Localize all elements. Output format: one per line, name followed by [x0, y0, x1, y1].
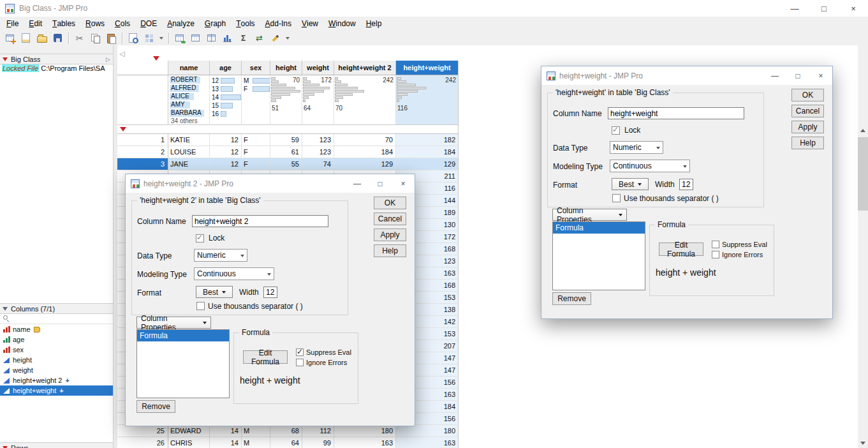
- minimize-button[interactable]: —: [346, 174, 369, 193]
- cell-age[interactable]: 12: [210, 158, 242, 170]
- menu-doe[interactable]: DOE: [135, 17, 162, 30]
- cell-weight[interactable]: 112: [302, 425, 334, 437]
- data-type-select[interactable]: Numeric: [194, 249, 247, 262]
- column-header-weight[interactable]: weight: [302, 61, 334, 75]
- cell-hw[interactable]: 182: [396, 134, 459, 146]
- cell-hw2[interactable]: 184: [334, 146, 396, 158]
- toolbar-open-icon[interactable]: [34, 32, 49, 45]
- red-triangle-menu-icon[interactable]: [3, 446, 8, 448]
- toolbar-new-journal-icon[interactable]: [18, 32, 33, 45]
- toolbar-cut-icon[interactable]: [72, 32, 87, 45]
- column-name-input[interactable]: [608, 107, 744, 119]
- column-properties-button[interactable]: Column Properties: [552, 209, 627, 221]
- sidebar-column-weight[interactable]: weight: [0, 365, 113, 375]
- ignore-errors-checkbox[interactable]: [296, 359, 304, 366]
- suppress-eval-checkbox[interactable]: [296, 348, 304, 356]
- summary-age-entry[interactable]: 13: [210, 85, 241, 93]
- sidebar-column-height-weight-2[interactable]: height+weight 2: [0, 375, 113, 385]
- summary-name-value[interactable]: 34 others: [170, 118, 209, 125]
- summary-age-entry[interactable]: 12: [210, 77, 241, 85]
- edit-formula-button[interactable]: Edit Formula: [659, 243, 703, 256]
- grid-corner-cell[interactable]: [117, 61, 168, 75]
- menu-help[interactable]: Help: [361, 17, 387, 30]
- cell-sex[interactable]: F: [242, 158, 270, 170]
- dialog-titlebar[interactable]: height+weight - JMP Pro — □ ×: [541, 66, 832, 85]
- menu-tables[interactable]: Tables: [47, 17, 80, 30]
- column-properties-button[interactable]: Column Properties: [136, 317, 211, 329]
- panel-expand-icon[interactable]: [106, 56, 110, 63]
- summary-name-value[interactable]: ALICE: [170, 93, 194, 100]
- thousands-separator-checkbox[interactable]: [196, 302, 205, 310]
- cell-height[interactable]: 59: [270, 134, 302, 146]
- help-button[interactable]: Help: [374, 244, 406, 257]
- menu-file[interactable]: File: [1, 17, 24, 30]
- close-button[interactable]: ×: [392, 174, 415, 193]
- toolbar-chevron-icon[interactable]: [158, 32, 165, 45]
- toolbar-preview-icon[interactable]: [126, 32, 140, 45]
- cell-height[interactable]: 64: [270, 437, 302, 448]
- cell-height[interactable]: 61: [270, 146, 302, 158]
- column-header-height-weight[interactable]: height+weight: [396, 61, 459, 75]
- cell-sex[interactable]: M: [242, 437, 270, 448]
- scroll-up-button[interactable]: [858, 125, 868, 135]
- width-input[interactable]: [263, 287, 277, 298]
- red-triangle-menu-icon[interactable]: [3, 57, 8, 61]
- sidebar-column-height[interactable]: height: [0, 355, 113, 365]
- column-header-name[interactable]: name: [168, 61, 210, 75]
- column-name-input[interactable]: [192, 215, 328, 227]
- width-input[interactable]: [679, 179, 693, 190]
- red-triangle-menu-icon[interactable]: [153, 56, 159, 61]
- rows-panel-header[interactable]: Rows: [0, 442, 113, 448]
- apply-button[interactable]: Apply: [374, 228, 406, 241]
- toolbar-layout-grid-icon[interactable]: [142, 32, 156, 45]
- property-item-formula[interactable]: Formula: [553, 222, 645, 234]
- cell-hw[interactable]: 163: [396, 437, 459, 448]
- menu-tools[interactable]: Tools: [231, 17, 260, 30]
- cell-name[interactable]: CHRIS: [168, 437, 210, 448]
- cell-height[interactable]: 68: [270, 425, 302, 437]
- dialog-titlebar[interactable]: height+weight 2 - JMP Pro — □ ×: [126, 174, 415, 193]
- toolbar-paste-icon[interactable]: [104, 32, 119, 45]
- cell-sex[interactable]: F: [242, 146, 270, 158]
- close-button[interactable]: ×: [809, 66, 832, 85]
- toolbar-chevron-icon[interactable]: [284, 32, 291, 45]
- maximize-button[interactable]: □: [786, 66, 809, 85]
- menu-cols[interactable]: Cols: [110, 17, 135, 30]
- collapse-left-icon[interactable]: [119, 50, 124, 58]
- toolbar-summary-stats-icon[interactable]: [236, 32, 251, 45]
- format-select[interactable]: Best: [612, 178, 649, 190]
- cell-name[interactable]: JANE: [168, 158, 210, 170]
- cancel-button[interactable]: Cancel: [791, 105, 824, 117]
- cell-age[interactable]: 12: [210, 134, 242, 146]
- ok-button[interactable]: OK: [374, 197, 406, 209]
- toolbar-new-data-table-icon[interactable]: [3, 32, 17, 45]
- suppress-eval-checkbox[interactable]: [712, 241, 719, 248]
- cell-hw2[interactable]: 70: [334, 134, 396, 146]
- cell-age[interactable]: 12: [210, 146, 242, 158]
- row-number[interactable]: 3: [117, 158, 168, 170]
- toolbar-join-arrows-icon[interactable]: [252, 32, 267, 45]
- summary-name-value[interactable]: BARBARA: [170, 110, 204, 117]
- cell-hw2[interactable]: 180: [334, 425, 396, 437]
- remove-button[interactable]: Remove: [136, 400, 175, 413]
- remove-button[interactable]: Remove: [552, 292, 591, 305]
- cell-name[interactable]: LOUISE: [168, 146, 210, 158]
- cell-name[interactable]: EDWARD: [168, 425, 210, 437]
- cell-hw[interactable]: 184: [396, 146, 459, 158]
- summary-age-entry[interactable]: 14: [210, 93, 241, 101]
- property-item-formula[interactable]: Formula: [137, 330, 229, 341]
- row-number[interactable]: 25: [117, 425, 168, 437]
- data-type-select[interactable]: Numeric: [610, 141, 663, 154]
- cell-weight[interactable]: 99: [302, 437, 334, 448]
- cell-sex[interactable]: M: [242, 425, 270, 437]
- sidebar-column-sex[interactable]: sex: [0, 345, 113, 355]
- format-select[interactable]: Best: [196, 286, 233, 298]
- menu-edit[interactable]: Edit: [24, 17, 47, 30]
- vertical-scrollbar[interactable]: [858, 125, 868, 448]
- toolbar-chart-columns-icon[interactable]: [220, 32, 235, 45]
- thousands-separator-checkbox[interactable]: [612, 194, 621, 202]
- cell-age[interactable]: 14: [210, 437, 242, 448]
- table-panel-header[interactable]: Big Class: [0, 54, 113, 64]
- summary-name-value[interactable]: ROBERT: [170, 77, 200, 84]
- cancel-button[interactable]: Cancel: [374, 213, 406, 225]
